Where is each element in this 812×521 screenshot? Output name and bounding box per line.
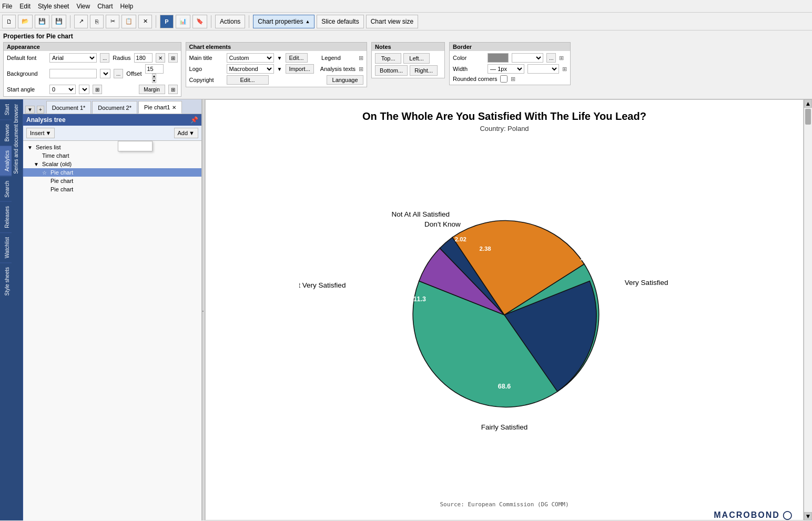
tab-add[interactable]: + <box>37 106 44 114</box>
border-color-pin[interactable]: ⊞ <box>559 55 564 62</box>
start-angle-pin-btn[interactable]: ⊞ <box>93 85 102 94</box>
logo-arrow[interactable]: ▼ <box>277 66 282 72</box>
tab-document1[interactable]: Document 1* <box>46 101 92 114</box>
copy-btn[interactable]: ⎘ <box>90 15 104 28</box>
tab-piechart1[interactable]: Pie chart1 ✕ <box>138 101 182 114</box>
chart-properties-arrow: ▲ <box>305 19 310 24</box>
paste-btn[interactable]: 📋 <box>121 15 136 28</box>
bookmark-btn[interactable]: 🔖 <box>192 15 207 28</box>
start-angle-select[interactable]: 0 <box>49 85 76 94</box>
rounded-corners-pin[interactable]: ⊞ <box>511 76 515 83</box>
main-title-arrow[interactable]: ▼ <box>277 55 282 61</box>
notes-right-btn[interactable]: Right... <box>410 65 438 76</box>
notes-top-btn[interactable]: Top... <box>375 53 401 64</box>
border-title: Border <box>450 43 570 51</box>
save-btn[interactable]: 💾 <box>35 15 49 28</box>
border-width-select2[interactable] <box>527 64 559 74</box>
start-tab[interactable]: Start <box>0 99 12 119</box>
save-as-btn[interactable]: 💾 <box>52 15 66 28</box>
copyright-edit-btn[interactable]: Edit... <box>227 75 269 85</box>
default-font-select[interactable]: Arial <box>49 53 97 63</box>
radius-input[interactable] <box>134 53 153 63</box>
radius-clear-btn[interactable]: ✕ <box>156 53 165 63</box>
expand-series-list[interactable]: ▼ <box>27 145 34 150</box>
tree-pie-chart-2[interactable]: Pie chart <box>23 177 201 185</box>
slice-defaults-btn[interactable]: Slice defaults <box>317 15 363 28</box>
menu-help[interactable]: Help <box>120 3 134 10</box>
main-title-edit-btn[interactable]: Edit... <box>286 53 308 63</box>
chart-outer: On The Whole Are You Satisfied With The … <box>206 100 803 520</box>
offset-down[interactable]: ▼ <box>152 78 157 83</box>
tree-content: ▼ Series list Time chart ▼ Scalar (old) … <box>23 141 201 520</box>
background-color[interactable] <box>49 69 97 78</box>
share-btn[interactable]: ↗ <box>74 15 88 28</box>
background-select[interactable] <box>100 69 110 78</box>
menu-stylesheet[interactable]: Style sheet <box>38 3 69 10</box>
releases-tab[interactable]: Releases <box>0 201 12 232</box>
notes-bottom-btn[interactable]: Bottom... <box>375 65 408 76</box>
tree-scalar-old[interactable]: ▼ Scalar (old) <box>23 160 201 168</box>
tree-series-list[interactable]: ▼ Series list <box>23 143 201 151</box>
expand-scalar[interactable]: ▼ <box>34 161 40 167</box>
menu-view[interactable]: View <box>76 3 90 10</box>
add-btn[interactable]: Add ▼ <box>174 128 198 138</box>
notes-left-btn[interactable]: Left... <box>403 53 430 64</box>
stylesheets-tab[interactable]: Style sheets <box>0 262 12 300</box>
tree-pin-btn[interactable]: 📌 <box>190 116 198 124</box>
menu-chart[interactable]: Chart <box>97 3 113 10</box>
scroll-up[interactable]: ▲ <box>804 99 812 108</box>
border-color-btn[interactable]: ... <box>546 53 556 63</box>
appearance-title: Appearance <box>4 43 181 51</box>
chart-elements-section: Chart elements Main title Custom ▼ Edit.… <box>186 42 368 87</box>
margin-pin-btn[interactable]: ⊞ <box>168 85 178 94</box>
chart-properties-btn[interactable]: Chart properties ▲ <box>253 15 314 28</box>
vertical-scrollbar[interactable]: ▲ ▼ <box>804 99 812 520</box>
browse-tab[interactable]: Browse <box>0 119 12 146</box>
start-angle-select2[interactable] <box>79 85 89 94</box>
main-title-select[interactable]: Custom <box>227 53 274 63</box>
radius-pin-btn[interactable]: ⊞ <box>168 53 178 63</box>
insert-btn[interactable]: Insert ▼ <box>26 128 55 138</box>
menu-file[interactable]: File <box>2 3 12 10</box>
scroll-thumb[interactable] <box>805 109 811 125</box>
tab-prev[interactable]: ▼ <box>25 106 35 114</box>
offset-input[interactable] <box>145 64 164 74</box>
analytics-tab[interactable]: Analytics <box>0 146 12 176</box>
tree-pie-chart-1[interactable]: ☆ Pie chart Series list <box>23 168 201 177</box>
watchlist-tab[interactable]: Watchlist <box>0 232 12 262</box>
rounded-corners-checkbox[interactable] <box>500 75 508 83</box>
scroll-down[interactable]: ▼ <box>804 512 812 520</box>
search-tab[interactable]: Search <box>0 176 12 202</box>
notes-title: Notes <box>372 43 444 51</box>
p-btn[interactable]: P <box>160 15 174 28</box>
chart-view-size-btn[interactable]: Chart view size <box>366 15 418 28</box>
tree-time-chart[interactable]: Time chart <box>23 151 201 160</box>
sep3 <box>211 15 211 28</box>
border-color-box[interactable] <box>488 53 509 63</box>
delete-btn[interactable]: ✕ <box>138 15 152 28</box>
margin-btn[interactable]: Margin <box>139 85 165 94</box>
new-btn[interactable]: 🗋 <box>2 15 16 28</box>
cut-btn[interactable]: ✂ <box>106 15 119 28</box>
tree-pie-chart-3[interactable]: Pie chart <box>23 185 201 193</box>
offset-up[interactable]: ▲ <box>152 74 157 78</box>
legend-pin[interactable]: ⊞ <box>359 55 363 62</box>
background-label: Background <box>7 70 46 77</box>
border-width-pin[interactable]: ⊞ <box>562 66 567 73</box>
font-browse-btn[interactable]: ... <box>100 53 109 63</box>
language-btn[interactable]: Language <box>327 75 363 85</box>
tab-piechart1-close[interactable]: ✕ <box>172 105 176 110</box>
open-btn[interactable]: 📂 <box>18 15 33 28</box>
analysis-texts-pin[interactable]: ⊞ <box>359 66 363 73</box>
logo-select[interactable]: Macrobond <box>227 64 274 74</box>
actions-btn[interactable]: Actions <box>215 15 245 28</box>
menu-edit[interactable]: Edit <box>19 3 31 10</box>
import-btn[interactable]: Import... <box>286 64 314 74</box>
tabs-row: ▼ + Document 1* Document 2* Pie chart1 ✕ <box>23 99 201 114</box>
tab-document2[interactable]: Document 2* <box>92 101 137 114</box>
chart-btn[interactable]: 📊 <box>176 15 190 28</box>
border-width-select[interactable]: — 1px <box>488 64 524 74</box>
background-browse-btn[interactable]: ... <box>114 69 123 78</box>
chart-area: On The Whole Are You Satisfied With The … <box>205 99 804 520</box>
border-color-select[interactable] <box>512 53 543 63</box>
